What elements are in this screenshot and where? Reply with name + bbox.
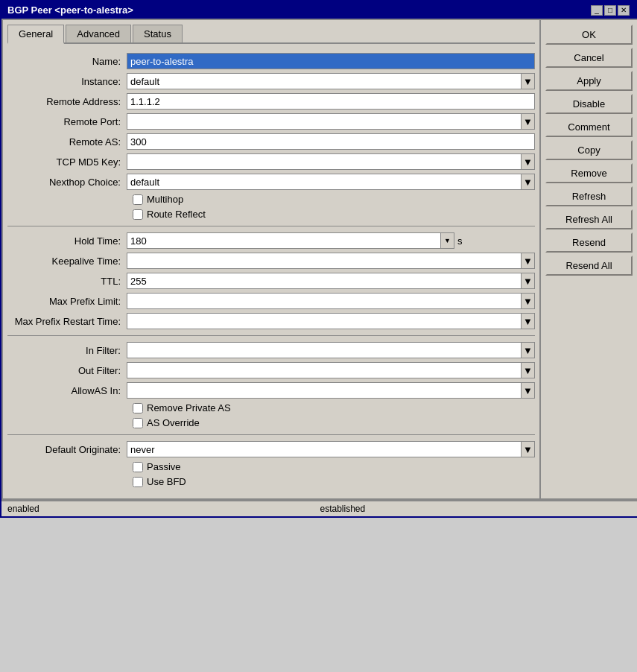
tcp-md5-label: TCP MD5 Key: [7,156,127,168]
max-prefix-limit-label: Max Prefix Limit: [7,296,127,307]
in-filter-row: In Filter: ▼ [7,342,535,358]
hold-time-unit: s [457,235,463,247]
nexthop-select[interactable]: default ▼ [127,174,535,190]
nexthop-row: Nexthop Choice: default ▼ [7,174,535,190]
minimize-button[interactable]: _ [591,5,603,16]
remote-port-select[interactable]: ▼ [127,113,535,130]
tcp-md5-row: TCP MD5 Key: ▼ [7,153,535,170]
window-title: BGP Peer <peer-to-alestra> [7,4,133,16]
in-filter-arrow[interactable]: ▼ [521,343,534,358]
allowas-in-select[interactable]: ▼ [127,382,535,399]
route-reflect-checkbox[interactable] [133,209,143,220]
multihop-row: Multihop [133,194,535,205]
resend-all-button[interactable]: Resend All [545,256,633,276]
tab-status[interactable]: Status [133,25,183,42]
hold-time-input-wrap: ▼ [127,232,454,249]
default-originate-row: Default Originate: never ▼ [7,441,535,457]
ttl-select[interactable]: 255 ▼ [127,273,535,289]
divider-2 [7,335,535,336]
max-prefix-restart-select[interactable]: ▼ [127,313,535,329]
instance-select[interactable]: default ▼ [127,73,535,89]
resend-button[interactable]: Resend [545,232,633,253]
ttl-row: TTL: 255 ▼ [7,273,535,289]
refresh-button[interactable]: Refresh [545,186,633,206]
out-filter-arrow[interactable]: ▼ [521,363,534,378]
disable-button[interactable]: Disable [545,94,633,114]
remote-address-label: Remote Address: [7,96,127,107]
remove-button[interactable]: Remove [545,163,633,183]
default-originate-arrow[interactable]: ▼ [521,442,534,457]
max-prefix-restart-value [127,320,521,323]
in-filter-select[interactable]: ▼ [127,342,535,358]
max-prefix-restart-row: Max Prefix Restart Time: ▼ [7,313,535,329]
status-right: established [320,504,633,514]
route-reflect-label: Route Reflect [147,209,206,220]
instance-row: Instance: default ▼ [7,73,535,89]
remove-private-as-checkbox[interactable] [133,403,143,413]
remote-port-value [127,120,521,123]
title-bar-controls: _ □ ✕ [591,5,630,16]
ttl-dropdown-arrow[interactable]: ▼ [521,273,534,288]
name-input[interactable] [127,53,535,69]
multihop-checkbox[interactable] [133,194,143,205]
use-bfd-row: Use BFD [133,476,535,487]
name-label: Name: [7,56,127,67]
tcp-md5-select[interactable]: ▼ [127,153,535,170]
remote-port-dropdown-arrow[interactable]: ▼ [521,114,534,129]
as-override-checkbox[interactable] [133,418,143,428]
use-bfd-label: Use BFD [147,476,186,487]
default-originate-value: never [127,443,521,457]
hold-time-spinner[interactable]: ▼ [440,233,454,248]
passive-row: Passive [133,461,535,472]
maximize-button[interactable]: □ [604,5,616,16]
keepalive-select[interactable]: ▼ [127,253,535,269]
allowas-in-value [127,389,521,392]
remote-port-label: Remote Port: [7,116,127,127]
refresh-all-button[interactable]: Refresh All [545,209,633,229]
default-originate-select[interactable]: never ▼ [127,441,535,457]
remote-as-label: Remote AS: [7,136,127,148]
ok-button[interactable]: OK [545,25,633,45]
passive-label: Passive [147,461,181,472]
allowas-in-row: AllowAS In: ▼ [7,382,535,399]
ttl-label: TTL: [7,276,127,287]
nexthop-dropdown-arrow[interactable]: ▼ [521,174,534,189]
allowas-in-arrow[interactable]: ▼ [521,383,534,398]
use-bfd-checkbox[interactable] [133,477,143,487]
keepalive-value [127,259,521,262]
bgp-peer-window: BGP Peer <peer-to-alestra> _ □ ✕ General… [0,0,637,518]
cancel-button[interactable]: Cancel [545,48,633,68]
instance-label: Instance: [7,76,127,87]
remote-address-input[interactable] [127,93,535,110]
name-row: Name: [7,53,535,69]
max-prefix-limit-value [127,299,521,302]
as-override-row: AS Override [133,417,535,428]
divider-3 [7,434,535,435]
tcp-md5-dropdown-arrow[interactable]: ▼ [521,154,534,169]
max-prefix-restart-arrow[interactable]: ▼ [521,314,534,329]
hold-time-input[interactable] [127,234,440,248]
keepalive-dropdown-arrow[interactable]: ▼ [521,253,534,268]
instance-dropdown-arrow[interactable]: ▼ [521,74,534,89]
status-bar: enabled established [1,500,637,516]
max-prefix-limit-select[interactable]: ▼ [127,293,535,309]
tab-general[interactable]: General [7,25,64,44]
multihop-label: Multihop [147,194,183,205]
as-override-label: AS Override [147,417,200,428]
out-filter-select[interactable]: ▼ [127,362,535,378]
out-filter-value [127,369,521,372]
apply-button[interactable]: Apply [545,71,633,91]
out-filter-label: Out Filter: [7,365,127,376]
passive-checkbox[interactable] [133,462,143,472]
max-prefix-limit-arrow[interactable]: ▼ [521,294,534,308]
close-button[interactable]: ✕ [618,5,630,16]
remote-as-input[interactable] [127,133,535,150]
keepalive-label: Keepalive Time: [7,256,127,267]
tab-advanced[interactable]: Advanced [66,25,131,42]
copy-button[interactable]: Copy [545,140,633,160]
in-filter-label: In Filter: [7,345,127,356]
max-prefix-limit-row: Max Prefix Limit: ▼ [7,293,535,309]
remove-private-as-label: Remove Private AS [147,402,231,413]
comment-button[interactable]: Comment [545,117,633,137]
max-prefix-restart-label: Max Prefix Restart Time: [7,316,127,327]
